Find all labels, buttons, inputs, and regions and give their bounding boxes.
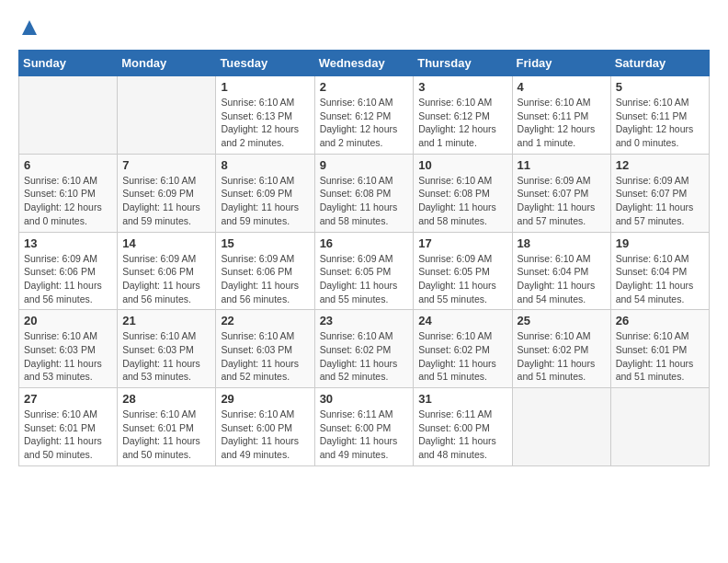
day-number: 12 xyxy=(616,158,704,172)
calendar-cell: 1Sunrise: 6:10 AM Sunset: 6:13 PM Daylig… xyxy=(216,76,314,155)
day-number: 28 xyxy=(122,392,210,406)
weekday-header-saturday: Saturday xyxy=(610,51,709,76)
calendar-header: SundayMondayTuesdayWednesdayThursdayFrid… xyxy=(19,51,710,76)
calendar-cell: 18Sunrise: 6:10 AM Sunset: 6:04 PM Dayli… xyxy=(512,232,610,310)
calendar-cell: 23Sunrise: 6:10 AM Sunset: 6:02 PM Dayli… xyxy=(314,310,414,388)
calendar-cell: 11Sunrise: 6:09 AM Sunset: 6:07 PM Dayli… xyxy=(512,154,610,232)
weekday-header-tuesday: Tuesday xyxy=(216,51,314,76)
day-number: 5 xyxy=(616,80,704,94)
logo-icon xyxy=(20,18,39,37)
calendar-cell: 28Sunrise: 6:10 AM Sunset: 6:01 PM Dayli… xyxy=(118,388,216,466)
day-info: Sunrise: 6:10 AM Sunset: 6:08 PM Dayligh… xyxy=(320,174,409,228)
calendar-cell: 14Sunrise: 6:09 AM Sunset: 6:06 PM Dayli… xyxy=(118,232,216,310)
day-info: Sunrise: 6:09 AM Sunset: 6:06 PM Dayligh… xyxy=(221,252,309,306)
calendar-table: SundayMondayTuesdayWednesdayThursdayFrid… xyxy=(18,50,710,466)
svg-marker-0 xyxy=(22,20,37,35)
day-info: Sunrise: 6:10 AM Sunset: 6:01 PM Dayligh… xyxy=(122,408,210,462)
day-number: 23 xyxy=(320,314,409,327)
day-number: 30 xyxy=(320,392,409,406)
calendar-cell: 9Sunrise: 6:10 AM Sunset: 6:08 PM Daylig… xyxy=(314,154,414,232)
day-info: Sunrise: 6:11 AM Sunset: 6:00 PM Dayligh… xyxy=(418,408,506,462)
calendar-cell: 27Sunrise: 6:10 AM Sunset: 6:01 PM Dayli… xyxy=(19,388,118,466)
day-number: 29 xyxy=(221,392,309,406)
weekday-header-sunday: Sunday xyxy=(19,51,118,76)
day-info: Sunrise: 6:10 AM Sunset: 6:08 PM Dayligh… xyxy=(418,174,506,228)
calendar-cell: 25Sunrise: 6:10 AM Sunset: 6:02 PM Dayli… xyxy=(512,310,610,388)
day-number: 18 xyxy=(518,236,606,250)
calendar-cell: 16Sunrise: 6:09 AM Sunset: 6:05 PM Dayli… xyxy=(314,232,414,310)
day-info: Sunrise: 6:11 AM Sunset: 6:00 PM Dayligh… xyxy=(320,408,409,462)
day-number: 24 xyxy=(418,314,506,327)
weekday-header-row: SundayMondayTuesdayWednesdayThursdayFrid… xyxy=(19,51,710,76)
day-info: Sunrise: 6:10 AM Sunset: 6:01 PM Dayligh… xyxy=(24,408,112,462)
calendar-cell xyxy=(118,76,216,155)
calendar-cell: 21Sunrise: 6:10 AM Sunset: 6:03 PM Dayli… xyxy=(118,310,216,388)
day-number: 20 xyxy=(24,314,112,327)
day-number: 6 xyxy=(24,158,112,172)
day-number: 25 xyxy=(518,314,606,327)
day-info: Sunrise: 6:10 AM Sunset: 6:13 PM Dayligh… xyxy=(221,96,309,150)
day-number: 17 xyxy=(418,236,506,250)
calendar-cell: 24Sunrise: 6:10 AM Sunset: 6:02 PM Dayli… xyxy=(414,310,512,388)
day-number: 13 xyxy=(24,236,112,250)
day-info: Sunrise: 6:10 AM Sunset: 6:01 PM Dayligh… xyxy=(616,329,704,384)
day-info: Sunrise: 6:10 AM Sunset: 6:12 PM Dayligh… xyxy=(320,96,409,150)
weekday-header-thursday: Thursday xyxy=(414,51,512,76)
calendar-cell: 3Sunrise: 6:10 AM Sunset: 6:12 PM Daylig… xyxy=(414,76,512,155)
day-number: 4 xyxy=(518,80,606,94)
day-number: 7 xyxy=(122,158,210,172)
calendar-week-4: 20Sunrise: 6:10 AM Sunset: 6:03 PM Dayli… xyxy=(19,310,710,388)
calendar-cell: 17Sunrise: 6:09 AM Sunset: 6:05 PM Dayli… xyxy=(414,232,512,310)
calendar-cell: 30Sunrise: 6:11 AM Sunset: 6:00 PM Dayli… xyxy=(314,388,414,466)
calendar-cell: 12Sunrise: 6:09 AM Sunset: 6:07 PM Dayli… xyxy=(610,154,709,232)
calendar-cell: 2Sunrise: 6:10 AM Sunset: 6:12 PM Daylig… xyxy=(314,76,414,155)
calendar-cell: 7Sunrise: 6:10 AM Sunset: 6:09 PM Daylig… xyxy=(118,154,216,232)
day-number: 8 xyxy=(221,158,309,172)
calendar-cell: 22Sunrise: 6:10 AM Sunset: 6:03 PM Dayli… xyxy=(216,310,314,388)
day-info: Sunrise: 6:10 AM Sunset: 6:02 PM Dayligh… xyxy=(320,329,409,384)
calendar-cell xyxy=(512,388,610,466)
day-number: 15 xyxy=(221,236,309,250)
day-number: 1 xyxy=(221,80,309,94)
calendar-cell: 26Sunrise: 6:10 AM Sunset: 6:01 PM Dayli… xyxy=(610,310,709,388)
day-number: 11 xyxy=(518,158,606,172)
calendar-cell: 19Sunrise: 6:10 AM Sunset: 6:04 PM Dayli… xyxy=(610,232,709,310)
calendar-cell: 10Sunrise: 6:10 AM Sunset: 6:08 PM Dayli… xyxy=(414,154,512,232)
calendar-cell: 20Sunrise: 6:10 AM Sunset: 6:03 PM Dayli… xyxy=(19,310,118,388)
calendar-cell: 5Sunrise: 6:10 AM Sunset: 6:11 PM Daylig… xyxy=(610,76,709,155)
day-info: Sunrise: 6:10 AM Sunset: 6:10 PM Dayligh… xyxy=(24,174,112,228)
logo xyxy=(18,18,39,40)
day-number: 14 xyxy=(122,236,210,250)
page-header xyxy=(18,18,710,40)
day-number: 22 xyxy=(221,314,309,327)
day-info: Sunrise: 6:09 AM Sunset: 6:05 PM Dayligh… xyxy=(320,252,409,306)
weekday-header-friday: Friday xyxy=(512,51,610,76)
day-info: Sunrise: 6:09 AM Sunset: 6:07 PM Dayligh… xyxy=(616,174,704,228)
weekday-header-monday: Monday xyxy=(118,51,216,76)
day-info: Sunrise: 6:09 AM Sunset: 6:06 PM Dayligh… xyxy=(24,252,112,306)
day-info: Sunrise: 6:10 AM Sunset: 6:03 PM Dayligh… xyxy=(24,329,112,384)
calendar-body: 1Sunrise: 6:10 AM Sunset: 6:13 PM Daylig… xyxy=(19,76,710,466)
day-info: Sunrise: 6:10 AM Sunset: 6:02 PM Dayligh… xyxy=(418,329,506,384)
day-number: 3 xyxy=(418,80,506,94)
calendar-week-5: 27Sunrise: 6:10 AM Sunset: 6:01 PM Dayli… xyxy=(19,388,710,466)
day-info: Sunrise: 6:10 AM Sunset: 6:04 PM Dayligh… xyxy=(518,252,606,306)
day-number: 21 xyxy=(122,314,210,327)
calendar-cell: 13Sunrise: 6:09 AM Sunset: 6:06 PM Dayli… xyxy=(19,232,118,310)
day-number: 31 xyxy=(418,392,506,406)
day-number: 9 xyxy=(320,158,409,172)
day-info: Sunrise: 6:09 AM Sunset: 6:06 PM Dayligh… xyxy=(122,252,210,306)
day-number: 16 xyxy=(320,236,409,250)
calendar-cell: 6Sunrise: 6:10 AM Sunset: 6:10 PM Daylig… xyxy=(19,154,118,232)
day-number: 10 xyxy=(418,158,506,172)
day-info: Sunrise: 6:10 AM Sunset: 6:11 PM Dayligh… xyxy=(518,96,606,150)
day-info: Sunrise: 6:10 AM Sunset: 6:04 PM Dayligh… xyxy=(616,252,704,306)
day-info: Sunrise: 6:10 AM Sunset: 6:00 PM Dayligh… xyxy=(221,408,309,462)
day-info: Sunrise: 6:10 AM Sunset: 6:09 PM Dayligh… xyxy=(221,174,309,228)
weekday-header-wednesday: Wednesday xyxy=(314,51,414,76)
day-info: Sunrise: 6:10 AM Sunset: 6:03 PM Dayligh… xyxy=(221,329,309,384)
day-info: Sunrise: 6:09 AM Sunset: 6:05 PM Dayligh… xyxy=(418,252,506,306)
day-number: 2 xyxy=(320,80,409,94)
calendar-cell: 8Sunrise: 6:10 AM Sunset: 6:09 PM Daylig… xyxy=(216,154,314,232)
day-number: 19 xyxy=(616,236,704,250)
